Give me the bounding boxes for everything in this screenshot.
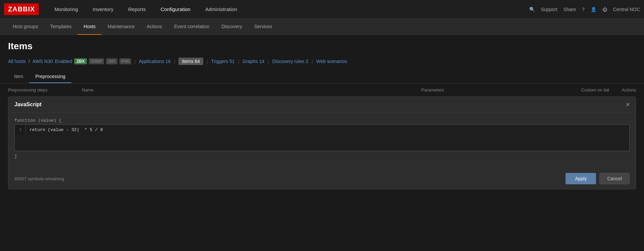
filter-bar: All hosts / AWS N30 Enabled ZBX SNMP JMX…: [0, 55, 644, 70]
nav-applications[interactable]: Applications 16: [139, 59, 171, 64]
sub-navigation: Host groups Templates Hosts Maintenance …: [0, 19, 644, 35]
line-number: 1: [15, 125, 25, 135]
subnav-templates[interactable]: Templates: [44, 19, 77, 35]
subnav-actions[interactable]: Actions: [141, 19, 168, 35]
code-preamble: function (value) {: [14, 118, 630, 123]
top-nav-links: Monitoring Inventory Reports Configurati…: [47, 0, 529, 19]
page-title: Items: [8, 41, 636, 52]
col-header-name: Name: [82, 87, 421, 92]
sub-nav-links: Host groups Templates Hosts Maintenance …: [7, 19, 637, 35]
user-icon[interactable]: 👤: [591, 7, 596, 12]
nav-graphs[interactable]: Graphs 14: [243, 59, 264, 64]
jmx-badge: JMX: [106, 58, 117, 64]
nav-items-active: Items 84: [178, 58, 203, 65]
breadcrumb-separator: /: [29, 59, 30, 64]
nav-administration[interactable]: Administration: [198, 0, 245, 19]
enabled-badge: Enabled: [55, 59, 72, 64]
nav-web-scenarios[interactable]: Web scenarios: [316, 59, 347, 64]
page-title-bar: Items: [0, 35, 644, 55]
col-header-actions: Actions: [609, 87, 636, 92]
nav-monitoring[interactable]: Monitoring: [47, 0, 85, 19]
logo: ZABBIX: [4, 3, 39, 15]
power-icon[interactable]: ⏻: [602, 7, 607, 12]
nav-separator-3: |: [207, 59, 208, 64]
column-headers: Preprocessing steps Name Parameters Cust…: [0, 83, 644, 97]
modal-actions: Apply Cancel: [566, 173, 630, 184]
zbx-badge: ZBX: [74, 58, 87, 64]
top-nav-right: 🔍 Support Share ? 👤 ⏻ Central NOC: [529, 7, 640, 12]
javascript-modal: JavaScript × function (value) { 1 return…: [8, 97, 636, 189]
host-name: AWS N30: [33, 59, 53, 64]
nav-separator-2: |: [174, 59, 175, 64]
tenant-label: Central NOC: [613, 7, 640, 12]
subnav-hosts[interactable]: Hosts: [77, 19, 102, 35]
nav-inventory[interactable]: Inventory: [86, 0, 121, 19]
nav-separator-6: |: [312, 59, 313, 64]
col-header-parameters: Parameters: [421, 87, 555, 92]
modal-footer: 65507 symbols remaining Apply Cancel: [8, 170, 636, 189]
code-postamble: }: [14, 154, 630, 159]
cancel-button[interactable]: Cancel: [599, 173, 630, 184]
modal-body: function (value) { 1 return (value - 32)…: [8, 113, 636, 170]
modal-title: JavaScript: [14, 102, 42, 108]
col-header-preprocessing: Preprocessing steps: [8, 87, 82, 92]
subnav-services[interactable]: Services: [248, 19, 278, 35]
nav-discovery-rules[interactable]: Discovery rules 2: [272, 59, 308, 64]
top-navigation: ZABBIX Monitoring Inventory Reports Conf…: [0, 0, 644, 19]
tab-item[interactable]: Item: [8, 70, 29, 83]
subnav-host-groups[interactable]: Host groups: [7, 19, 44, 35]
modal-header: JavaScript ×: [8, 97, 636, 113]
help-icon[interactable]: ?: [582, 7, 585, 12]
subnav-discovery[interactable]: Discovery: [215, 19, 248, 35]
nav-separator-5: |: [268, 59, 269, 64]
nav-reports[interactable]: Reports: [121, 0, 153, 19]
subnav-event-correlation[interactable]: Event correlation: [168, 19, 215, 35]
apply-button[interactable]: Apply: [566, 173, 596, 184]
tab-preprocessing[interactable]: Preprocessing: [29, 70, 71, 83]
symbols-remaining: 65507 symbols remaining: [14, 176, 64, 181]
nav-separator-4: |: [238, 59, 239, 64]
code-editor[interactable]: 1 return (value - 32) * 5 / 9: [14, 124, 630, 151]
col-header-custom-on-fail: Custom on fail: [555, 87, 609, 92]
nav-triggers[interactable]: Triggers 51: [211, 59, 234, 64]
all-hosts-link[interactable]: All hosts: [8, 59, 26, 64]
search-icon[interactable]: 🔍: [529, 7, 535, 12]
ipmi-badge: IPMI: [119, 58, 131, 64]
nav-separator-1: |: [135, 59, 136, 64]
support-link[interactable]: Support: [541, 7, 557, 12]
modal-overlay: JavaScript × function (value) { 1 return…: [8, 97, 636, 189]
code-line: return (value - 32) * 5 / 9: [25, 125, 629, 135]
subnav-maintenance[interactable]: Maintenance: [102, 19, 141, 35]
tabs-bar: Item Preprocessing: [0, 70, 644, 83]
nav-configuration[interactable]: Configuration: [153, 0, 198, 19]
close-icon[interactable]: ×: [626, 102, 630, 108]
snmp-badge: SNMP: [89, 58, 104, 64]
share-link[interactable]: Share: [564, 7, 576, 12]
